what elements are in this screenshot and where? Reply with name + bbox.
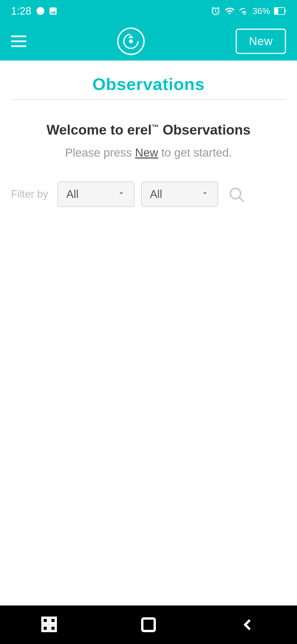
svg-rect-1 — [285, 10, 286, 12]
status-time-section: 1:28 — [11, 5, 58, 17]
trademark: ™ — [152, 123, 159, 131]
hamburger-line-2 — [11, 40, 26, 42]
main-content — [0, 218, 297, 605]
status-icons-right: 36% — [211, 6, 286, 16]
new-button[interactable]: New — [236, 29, 286, 54]
subtitle-after: to get started. — [158, 146, 232, 159]
logo-circle — [117, 28, 145, 55]
wifi-icon — [224, 6, 235, 16]
logo-svg — [121, 32, 141, 51]
svg-rect-11 — [50, 626, 56, 631]
alarm-icon — [211, 6, 221, 16]
page-title-section: Observations — [0, 61, 297, 105]
app-bar: New — [0, 22, 297, 61]
svg-marker-4 — [128, 35, 134, 38]
status-icons-left — [36, 6, 58, 16]
back-button[interactable] — [238, 615, 257, 634]
svg-point-6 — [230, 188, 241, 198]
welcome-subtitle: Please press New to get started. — [11, 146, 286, 159]
download-icon — [36, 6, 45, 16]
chevron-down-icon-1 — [117, 189, 126, 200]
status-bar: 1:28 36% — [0, 0, 297, 22]
chevron-down-icon-2 — [200, 189, 209, 200]
hamburger-line-3 — [11, 45, 26, 47]
filter-label: Filter by — [11, 188, 48, 200]
home-button[interactable] — [139, 615, 158, 634]
filter-row: Filter by All All — [0, 170, 297, 218]
search-button[interactable] — [227, 185, 245, 203]
recent-apps-button[interactable] — [40, 615, 59, 634]
page-title: Observations — [11, 74, 286, 94]
filter-dropdown-1-value: All — [66, 188, 78, 200]
filter-dropdown-1[interactable]: All — [57, 181, 134, 207]
image-icon — [48, 6, 58, 16]
hamburger-line-1 — [11, 36, 26, 37]
svg-rect-8 — [43, 618, 48, 623]
filter-dropdown-2-value: All — [150, 188, 162, 200]
app-logo — [117, 28, 145, 55]
status-time: 1:28 — [11, 5, 31, 17]
battery-percentage: 36% — [252, 6, 270, 16]
navigation-bar — [0, 605, 297, 644]
svg-rect-12 — [142, 618, 155, 631]
svg-line-7 — [240, 198, 244, 202]
title-divider — [11, 99, 286, 100]
welcome-title: Welcome to erel™ Observations — [11, 122, 286, 138]
hamburger-menu-button[interactable] — [11, 36, 26, 47]
welcome-title-text: Welcome to erel™ Observations — [46, 122, 251, 138]
svg-rect-9 — [43, 626, 48, 631]
battery-icon — [274, 7, 286, 15]
filter-dropdown-2[interactable]: All — [141, 181, 218, 207]
svg-rect-10 — [50, 618, 56, 623]
svg-point-5 — [129, 39, 133, 43]
svg-rect-2 — [275, 8, 278, 14]
subtitle-before: Please press — [65, 146, 135, 159]
welcome-section: Welcome to erel™ Observations Please pre… — [0, 105, 297, 170]
signal-icon — [239, 6, 249, 16]
subtitle-new-link[interactable]: New — [135, 146, 158, 159]
